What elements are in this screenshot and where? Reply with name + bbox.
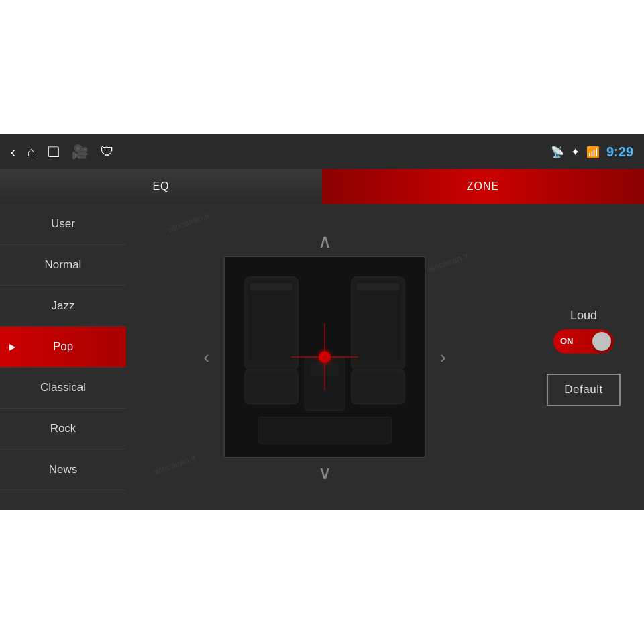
down-arrow-button[interactable]: ∨ xyxy=(318,462,332,484)
sidebar-item-normal[interactable]: Normal xyxy=(0,245,126,286)
toggle-on-label: ON xyxy=(560,336,574,346)
sidebar-item-pop[interactable]: Pop xyxy=(0,327,126,368)
sidebar-item-classical[interactable]: Classical xyxy=(0,368,126,409)
back-icon[interactable]: ‹ xyxy=(11,144,15,160)
wifi-icon: 📶 xyxy=(586,146,600,158)
toggle-knob xyxy=(592,332,611,351)
right-arrow-button[interactable]: › xyxy=(433,340,453,374)
loud-label: Loud xyxy=(570,309,597,323)
bag-icon[interactable]: 🛡 xyxy=(101,144,114,160)
sidebar-item-news[interactable]: News xyxy=(0,449,126,490)
crosshair[interactable] xyxy=(291,323,358,390)
sidebar-item-user[interactable]: User xyxy=(0,204,126,245)
tab-bar: EQ ZONE xyxy=(0,169,644,204)
bottom-padding xyxy=(0,510,644,644)
cast-icon: 📡 xyxy=(551,146,564,158)
status-bar: ‹ ⌂ ❑ 🎥 🛡 📡 ✦ 📶 9:29 xyxy=(0,134,644,169)
left-arrow-button[interactable]: ‹ xyxy=(197,340,216,374)
zone-area: wincairan.ir wincairan.ir wincairan.ir ∧… xyxy=(126,204,523,510)
up-arrow-button[interactable]: ∧ xyxy=(318,230,332,252)
recents-icon[interactable]: ❑ xyxy=(48,144,60,160)
tab-eq[interactable]: EQ xyxy=(0,169,322,204)
right-controls: Loud ON Default xyxy=(523,204,644,510)
top-padding xyxy=(0,0,644,134)
time-display: 9:29 xyxy=(606,144,633,160)
loud-section: Loud ON xyxy=(553,309,614,354)
sidebar-item-jazz[interactable]: Jazz xyxy=(0,286,126,327)
device-frame: ‹ ⌂ ❑ 🎥 🛡 📡 ✦ 📶 9:29 EQ ZONE User Normal… xyxy=(0,0,644,644)
default-button[interactable]: Default xyxy=(547,374,620,406)
crosshair-dot xyxy=(319,351,331,363)
home-icon[interactable]: ⌂ xyxy=(28,144,36,160)
loud-toggle[interactable]: ON xyxy=(553,329,614,354)
middle-row: ‹ xyxy=(197,256,452,458)
bluetooth-icon: ✦ xyxy=(571,146,580,158)
watermark-3: wincairan.ir xyxy=(152,452,197,477)
car-seat-display xyxy=(224,256,425,458)
status-bar-left: ‹ ⌂ ❑ 🎥 🛡 xyxy=(11,144,114,160)
sidebar-item-rock[interactable]: Rock xyxy=(0,409,126,449)
tab-zone[interactable]: ZONE xyxy=(322,169,644,204)
main-content: User Normal Jazz Pop Classical Rock News… xyxy=(0,204,644,510)
camera-icon[interactable]: 🎥 xyxy=(72,144,89,160)
status-bar-right: 📡 ✦ 📶 9:29 xyxy=(551,144,633,160)
sidebar: User Normal Jazz Pop Classical Rock News xyxy=(0,204,126,510)
watermark-1: wincairan.ir xyxy=(166,210,211,235)
